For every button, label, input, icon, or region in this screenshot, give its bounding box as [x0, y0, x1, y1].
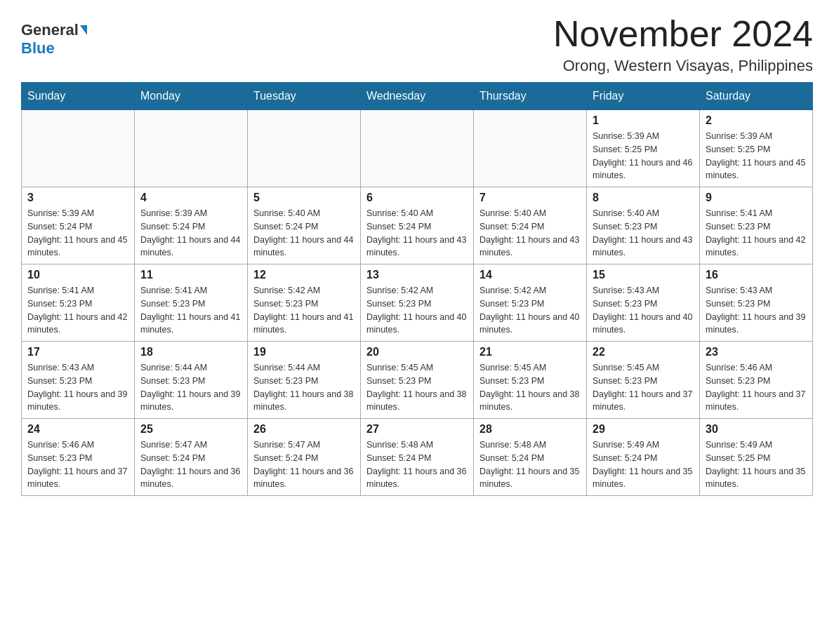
day-number: 16 [706, 269, 807, 281]
sun-info: Sunrise: 5:40 AMSunset: 5:24 PMDaylight:… [366, 207, 468, 260]
sun-info: Sunrise: 5:40 AMSunset: 5:23 PMDaylight:… [593, 207, 694, 260]
calendar-cell: 16Sunrise: 5:43 AMSunset: 5:23 PMDayligh… [700, 264, 813, 342]
calendar-cell: 10Sunrise: 5:41 AMSunset: 5:23 PMDayligh… [22, 264, 135, 342]
header-saturday: Saturday [700, 83, 813, 110]
day-number: 20 [366, 346, 468, 358]
calendar-cell: 23Sunrise: 5:46 AMSunset: 5:23 PMDayligh… [700, 342, 813, 419]
calendar-cell: 14Sunrise: 5:42 AMSunset: 5:23 PMDayligh… [474, 264, 587, 342]
sun-info: Sunrise: 5:40 AMSunset: 5:24 PMDaylight:… [253, 207, 355, 260]
title-section: November 2024 Orong, Western Visayas, Ph… [553, 14, 813, 75]
sun-info: Sunrise: 5:41 AMSunset: 5:23 PMDaylight:… [27, 284, 128, 337]
calendar-cell: 30Sunrise: 5:49 AMSunset: 5:25 PMDayligh… [700, 419, 813, 496]
calendar-cell: 5Sunrise: 5:40 AMSunset: 5:24 PMDaylight… [248, 187, 361, 264]
week-row-1: 3Sunrise: 5:39 AMSunset: 5:24 PMDaylight… [22, 187, 813, 264]
day-number: 28 [479, 423, 581, 436]
sun-info: Sunrise: 5:41 AMSunset: 5:23 PMDaylight:… [706, 207, 807, 260]
page-header: General Blue November 2024 Orong, Wester… [21, 14, 813, 75]
week-row-2: 10Sunrise: 5:41 AMSunset: 5:23 PMDayligh… [22, 264, 813, 342]
calendar-cell [248, 110, 361, 187]
sun-info: Sunrise: 5:45 AMSunset: 5:23 PMDaylight:… [479, 361, 581, 414]
sun-info: Sunrise: 5:43 AMSunset: 5:23 PMDaylight:… [593, 284, 694, 337]
calendar-cell: 17Sunrise: 5:43 AMSunset: 5:23 PMDayligh… [22, 342, 135, 419]
sun-info: Sunrise: 5:49 AMSunset: 5:25 PMDaylight:… [706, 438, 807, 491]
day-number: 6 [366, 192, 468, 204]
day-number: 10 [27, 269, 128, 281]
day-number: 24 [27, 423, 128, 436]
sun-info: Sunrise: 5:47 AMSunset: 5:24 PMDaylight:… [253, 438, 355, 491]
calendar-cell: 15Sunrise: 5:43 AMSunset: 5:23 PMDayligh… [587, 264, 700, 342]
calendar-cell: 25Sunrise: 5:47 AMSunset: 5:24 PMDayligh… [135, 419, 248, 496]
day-number: 11 [140, 269, 241, 281]
sun-info: Sunrise: 5:42 AMSunset: 5:23 PMDaylight:… [366, 284, 468, 337]
calendar-cell: 29Sunrise: 5:49 AMSunset: 5:24 PMDayligh… [587, 419, 700, 496]
sun-info: Sunrise: 5:42 AMSunset: 5:23 PMDaylight:… [253, 284, 355, 337]
sun-info: Sunrise: 5:47 AMSunset: 5:24 PMDaylight:… [140, 438, 241, 491]
calendar-cell [22, 110, 135, 187]
location-label: Orong, Western Visayas, Philippines [553, 57, 813, 75]
sun-info: Sunrise: 5:39 AMSunset: 5:25 PMDaylight:… [593, 130, 694, 182]
logo-general-text: General [21, 21, 79, 39]
day-number: 5 [253, 192, 355, 204]
day-number: 3 [27, 192, 128, 204]
day-number: 27 [366, 423, 468, 436]
header-wednesday: Wednesday [361, 83, 474, 110]
day-number: 12 [253, 269, 355, 281]
day-number: 4 [140, 192, 241, 204]
day-number: 9 [706, 192, 807, 204]
calendar-cell: 3Sunrise: 5:39 AMSunset: 5:24 PMDaylight… [22, 187, 135, 264]
week-row-0: 1Sunrise: 5:39 AMSunset: 5:25 PMDaylight… [22, 110, 813, 187]
calendar-cell: 18Sunrise: 5:44 AMSunset: 5:23 PMDayligh… [135, 342, 248, 419]
day-number: 22 [593, 346, 694, 358]
calendar-cell: 4Sunrise: 5:39 AMSunset: 5:24 PMDaylight… [135, 187, 248, 264]
day-number: 14 [479, 269, 581, 281]
calendar-cell: 21Sunrise: 5:45 AMSunset: 5:23 PMDayligh… [474, 342, 587, 419]
week-row-4: 24Sunrise: 5:46 AMSunset: 5:23 PMDayligh… [22, 419, 813, 496]
day-number: 30 [706, 423, 807, 436]
calendar-cell: 1Sunrise: 5:39 AMSunset: 5:25 PMDaylight… [587, 110, 700, 187]
day-number: 23 [706, 346, 807, 358]
sun-info: Sunrise: 5:42 AMSunset: 5:23 PMDaylight:… [479, 284, 581, 337]
sun-info: Sunrise: 5:39 AMSunset: 5:24 PMDaylight:… [140, 207, 241, 260]
calendar-cell: 22Sunrise: 5:45 AMSunset: 5:23 PMDayligh… [587, 342, 700, 419]
calendar-cell: 20Sunrise: 5:45 AMSunset: 5:23 PMDayligh… [361, 342, 474, 419]
calendar-cell: 13Sunrise: 5:42 AMSunset: 5:23 PMDayligh… [361, 264, 474, 342]
month-title: November 2024 [553, 14, 813, 54]
day-number: 29 [593, 423, 694, 436]
calendar-cell: 8Sunrise: 5:40 AMSunset: 5:23 PMDaylight… [587, 187, 700, 264]
day-number: 19 [253, 346, 355, 358]
calendar-cell: 9Sunrise: 5:41 AMSunset: 5:23 PMDaylight… [700, 187, 813, 264]
day-number: 7 [479, 192, 581, 204]
calendar-cell: 28Sunrise: 5:48 AMSunset: 5:24 PMDayligh… [474, 419, 587, 496]
calendar-cell: 12Sunrise: 5:42 AMSunset: 5:23 PMDayligh… [248, 264, 361, 342]
sun-info: Sunrise: 5:43 AMSunset: 5:23 PMDaylight:… [27, 361, 128, 414]
calendar-header-row: SundayMondayTuesdayWednesdayThursdayFrid… [22, 83, 813, 110]
header-monday: Monday [135, 83, 248, 110]
sun-info: Sunrise: 5:43 AMSunset: 5:23 PMDaylight:… [706, 284, 807, 337]
header-thursday: Thursday [474, 83, 587, 110]
sun-info: Sunrise: 5:49 AMSunset: 5:24 PMDaylight:… [593, 438, 694, 491]
calendar-cell: 19Sunrise: 5:44 AMSunset: 5:23 PMDayligh… [248, 342, 361, 419]
header-tuesday: Tuesday [248, 83, 361, 110]
sun-info: Sunrise: 5:41 AMSunset: 5:23 PMDaylight:… [140, 284, 241, 337]
day-number: 21 [479, 346, 581, 358]
day-number: 18 [140, 346, 241, 358]
calendar-cell: 24Sunrise: 5:46 AMSunset: 5:23 PMDayligh… [22, 419, 135, 496]
calendar-cell: 11Sunrise: 5:41 AMSunset: 5:23 PMDayligh… [135, 264, 248, 342]
header-sunday: Sunday [22, 83, 135, 110]
sun-info: Sunrise: 5:46 AMSunset: 5:23 PMDaylight:… [27, 438, 128, 491]
day-number: 17 [27, 346, 128, 358]
logo-blue-text: Blue [21, 39, 55, 58]
sun-info: Sunrise: 5:39 AMSunset: 5:24 PMDaylight:… [27, 207, 128, 260]
day-number: 8 [593, 192, 694, 204]
logo-triangle-icon [80, 25, 87, 35]
calendar-cell [474, 110, 587, 187]
calendar-cell: 26Sunrise: 5:47 AMSunset: 5:24 PMDayligh… [248, 419, 361, 496]
sun-info: Sunrise: 5:45 AMSunset: 5:23 PMDaylight:… [593, 361, 694, 414]
calendar-table: SundayMondayTuesdayWednesdayThursdayFrid… [21, 82, 813, 496]
sun-info: Sunrise: 5:46 AMSunset: 5:23 PMDaylight:… [706, 361, 807, 414]
calendar-cell: 7Sunrise: 5:40 AMSunset: 5:24 PMDaylight… [474, 187, 587, 264]
sun-info: Sunrise: 5:48 AMSunset: 5:24 PMDaylight:… [479, 438, 581, 491]
day-number: 1 [593, 114, 694, 127]
day-number: 26 [253, 423, 355, 436]
day-number: 13 [366, 269, 468, 281]
